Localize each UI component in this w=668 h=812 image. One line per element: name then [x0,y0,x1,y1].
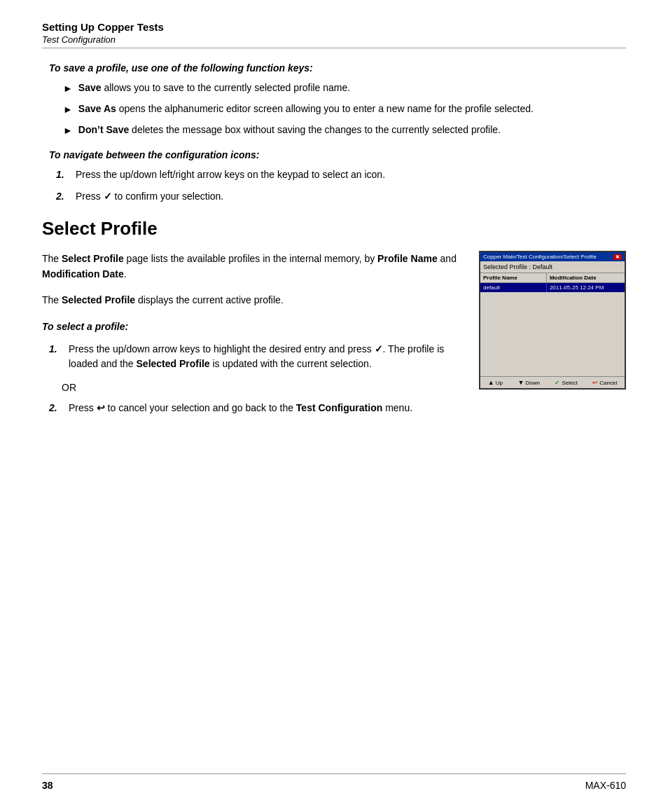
checkmark-select: ✓ [375,343,383,355]
navigate-step-1-text: Press the up/down left/right arrow keys … [76,167,385,182]
up-icon: ▲ [488,379,494,386]
test-config-ref: Test Configuration [296,402,382,413]
selected-profile-bold: Selected Profile [62,294,135,305]
device-row1-col1: default [480,283,547,292]
device-col1-header: Profile Name [480,273,547,282]
device-row1-col2: 2011-05-25 12:24 PM [547,283,625,292]
select-profile-intro-p1: The Select Profile page lists the availa… [42,251,465,282]
back-arrow-icon: ↩ [97,402,105,413]
header-title: Setting Up Copper Tests [42,21,626,33]
navigate-step-2-num: 2. [56,189,69,204]
header-subtitle: Test Configuration [42,34,626,45]
navigate-section: To navigate between the configuration ic… [49,149,626,204]
page-footer: 38 MAX-610 [42,773,626,791]
navigate-step-2: 2. Press ✓ to confirm your selection. [56,189,626,204]
save-profile-heading: To save a profile, use one of the follow… [49,62,626,74]
select-profile-text: The Select Profile page lists the availa… [42,251,465,424]
device-btn-down: ▼ Down [518,379,540,386]
save-profile-section: To save a profile, use one of the follow… [49,62,626,138]
select-profile-bold1: Select Profile [62,253,124,264]
device-table-header: Profile Name Modification Date [480,273,625,283]
device-btn-cancel-label: Cancel [599,380,617,386]
bullet-dontsave-label: Don’t Save [78,124,129,135]
select-profile-intro-p2: The Selected Profile displays the curren… [42,292,465,308]
navigate-heading: To navigate between the configuration ic… [49,149,626,160]
navigate-steps: 1. Press the up/down left/right arrow ke… [56,167,626,204]
save-profile-bullets: ► Save allows you to save to the current… [63,81,626,138]
select-step-1-num: 1. [49,342,62,357]
device-btn-select: ✓ Select [555,379,577,386]
device-titlebar-close: ✖ [613,254,622,260]
bullet-save: ► Save allows you to save to the current… [63,81,626,96]
select-step-2-num: 2. [49,401,62,415]
bullet-save-label: Save [78,82,102,93]
device-screenshot-container: Copper Main/Test Configuration/Select Pr… [479,251,626,424]
bullet-dontsave: ► Don’t Save deletes the message box wit… [63,123,626,138]
select-step-2: 2. Press ↩ to cancel your selection and … [49,401,465,415]
check-icon: ✓ [555,379,560,386]
device-btn-down-label: Down [525,380,539,386]
header: Setting Up Copper Tests Test Configurati… [42,21,626,48]
device-btn-up-label: Up [496,380,503,386]
bullet-dontsave-text: Don’t Save deletes the message box witho… [78,123,501,137]
product-name: MAX-610 [585,780,626,791]
or-text: OR [62,380,465,395]
device-col2-header: Modification Date [547,273,625,282]
page-number: 38 [42,780,53,791]
device-titlebar-text: Copper Main/Test Configuration/Select Pr… [483,254,597,260]
device-btn-select-label: Select [562,380,577,386]
to-select-heading: To select a profile: [42,319,465,334]
bullet-saveas-label: Save As [78,103,116,114]
page-container: Setting Up Copper Tests Test Configurati… [0,0,668,812]
select-profile-body: The Select Profile page lists the availa… [42,251,626,424]
select-profile-bold2: Profile Name [377,253,438,264]
bullet-arrow-1: ► [63,81,73,96]
select-step-2-text: Press ↩ to cancel your selection and go … [69,401,412,415]
navigate-step-2-text: Press ✓ to confirm your selection. [76,189,223,204]
device-body [480,292,625,376]
selected-profile-ref: Selected Profile [137,358,210,369]
select-step-2-list: 2. Press ↩ to cancel your selection and … [49,401,465,415]
header-rule [42,48,626,48]
select-profile-heading: Select Profile [42,218,626,240]
select-profile-bold3: Modification Date [42,268,124,280]
navigate-step-1-num: 1. [56,167,69,182]
bullet-save-text: Save allows you to save to the currently… [78,81,350,95]
device-screen: Copper Main/Test Configuration/Select Pr… [479,251,626,390]
device-selected-profile: Selected Profile : Default [480,261,625,273]
bullet-saveas-text: Save As opens the alphanumeric editor sc… [78,102,534,116]
device-footer: ▲ Up ▼ Down ✓ Select ↩ Cancel [480,376,625,388]
navigate-step-1: 1. Press the up/down left/right arrow ke… [56,167,626,182]
down-icon: ▼ [518,379,524,386]
select-step-1: 1. Press the up/down arrow keys to highl… [49,342,465,371]
device-table-row-1: default 2011-05-25 12:24 PM [480,283,625,292]
device-btn-up: ▲ Up [488,379,503,386]
bullet-arrow-2: ► [63,102,73,117]
select-step-1-text: Press the up/down arrow keys to highligh… [69,342,465,371]
bullet-arrow-3: ► [63,123,73,138]
bullet-saveas: ► Save As opens the alphanumeric editor … [63,102,626,117]
checkmark-nav: ✓ [104,191,112,202]
select-steps: 1. Press the up/down arrow keys to highl… [49,342,465,371]
device-titlebar: Copper Main/Test Configuration/Select Pr… [480,252,625,261]
back-icon: ↩ [592,379,598,386]
device-btn-cancel: ↩ Cancel [592,379,617,386]
